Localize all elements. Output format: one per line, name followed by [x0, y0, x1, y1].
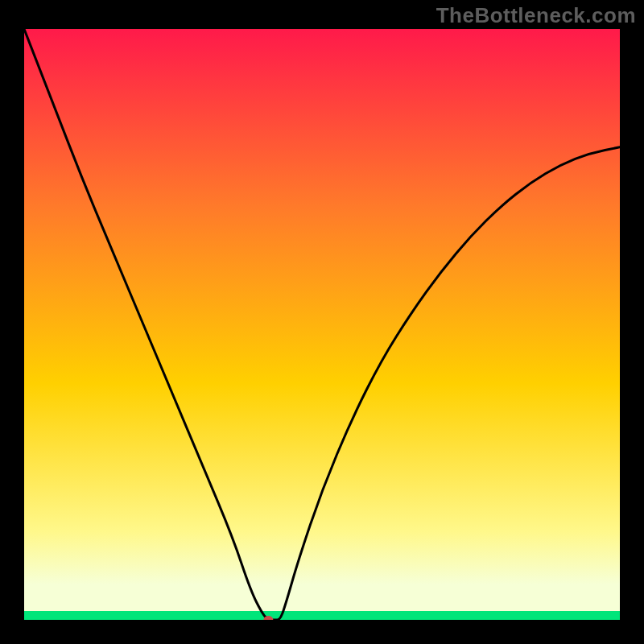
watermark-text: TheBottleneck.com — [436, 3, 636, 28]
chart-frame: TheBottleneck.com — [0, 0, 644, 644]
bottleneck-plot — [24, 29, 620, 620]
gradient-background — [24, 29, 620, 620]
